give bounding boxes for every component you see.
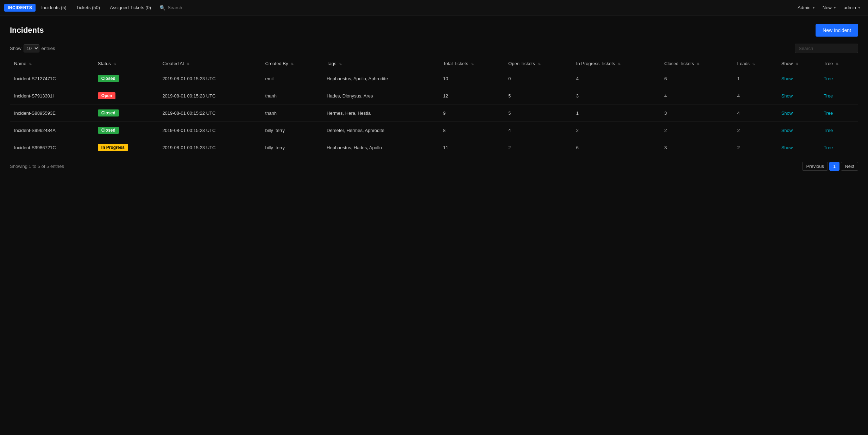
cell-tags: Hephaestus, Apollo, Aphrodite (322, 70, 439, 87)
main-content: Incidents New Incident Show 10 25 50 ent… (0, 15, 868, 179)
cell-show[interactable]: Show (777, 105, 819, 122)
cell-tree[interactable]: Tree (819, 70, 858, 87)
tree-link[interactable]: Tree (824, 93, 833, 99)
sort-icon: ⇅ (618, 62, 621, 66)
cell-leads: 2 (733, 122, 777, 139)
chevron-down-icon: ▼ (833, 6, 837, 10)
col-name[interactable]: Name ⇅ (10, 57, 94, 70)
cell-name: Incident-S9986721C (10, 139, 94, 156)
cell-in-progress-tickets: 6 (572, 139, 660, 156)
show-entries: Show 10 25 50 entries (10, 44, 55, 52)
show-link[interactable]: Show (781, 111, 793, 116)
cell-show[interactable]: Show (777, 70, 819, 87)
cell-name: Incident-S9962484A (10, 122, 94, 139)
entries-select[interactable]: 10 25 50 (24, 44, 39, 52)
cell-closed-tickets: 3 (660, 139, 733, 156)
page-title: Incidents (10, 26, 44, 35)
cell-created-by: thanh (261, 87, 322, 105)
cell-leads: 1 (733, 70, 777, 87)
cell-show[interactable]: Show (777, 122, 819, 139)
show-link[interactable]: Show (781, 76, 793, 81)
nav-right: Admin ▼ New ▼ admin ▼ (795, 4, 864, 12)
cell-created-by: billy_terry (261, 139, 322, 156)
col-tags[interactable]: Tags ⇅ (322, 57, 439, 70)
user-dropdown[interactable]: admin ▼ (841, 4, 864, 12)
table-row: Incident-S7913301I Open 2019-08-01 00:15… (10, 87, 858, 105)
table-row: Incident-S7127471C Closed 2019-08-01 00:… (10, 70, 858, 87)
next-page-button[interactable]: Next (841, 162, 858, 171)
tree-link[interactable]: Tree (824, 145, 833, 150)
cell-name: Incident-S7127471C (10, 70, 94, 87)
cell-closed-tickets: 6 (660, 70, 733, 87)
entries-label: entries (42, 46, 55, 51)
chevron-down-icon: ▼ (812, 6, 816, 10)
show-link[interactable]: Show (781, 128, 793, 133)
cell-closed-tickets: 3 (660, 105, 733, 122)
cell-show[interactable]: Show (777, 87, 819, 105)
cell-tree[interactable]: Tree (819, 139, 858, 156)
prev-page-button[interactable]: Previous (802, 162, 828, 171)
cell-tags: Hermes, Hera, Hestia (322, 105, 439, 122)
nav-incidents-btn[interactable]: INCIDENTS (4, 4, 36, 12)
col-open-tickets[interactable]: Open Tickets ⇅ (504, 57, 572, 70)
sort-icon: ⇅ (113, 62, 116, 66)
cell-total-tickets: 8 (439, 122, 504, 139)
cell-show[interactable]: Show (777, 139, 819, 156)
col-total-tickets[interactable]: Total Tickets ⇅ (439, 57, 504, 70)
col-in-progress-tickets[interactable]: In Progress Tickets ⇅ (572, 57, 660, 70)
cell-created-at: 2019-08-01 00:15:23 UTC (158, 70, 261, 87)
cell-tags: Hades, Dionysus, Ares (322, 87, 439, 105)
pagination: Showing 1 to 5 of 5 entries Previous 1 N… (10, 162, 858, 171)
col-created-at[interactable]: Created At ⇅ (158, 57, 261, 70)
cell-total-tickets: 10 (439, 70, 504, 87)
col-closed-tickets[interactable]: Closed Tickets ⇅ (660, 57, 733, 70)
table-row: Incident-S8895593E Closed 2019-08-01 00:… (10, 105, 858, 122)
nav-search-area[interactable]: 🔍 Search (159, 5, 182, 11)
cell-in-progress-tickets: 2 (572, 122, 660, 139)
col-show[interactable]: Show ⇅ (777, 57, 819, 70)
page-header: Incidents New Incident (10, 24, 858, 37)
new-dropdown[interactable]: New ▼ (820, 4, 839, 12)
show-link[interactable]: Show (781, 93, 793, 99)
cell-created-by: billy_terry (261, 122, 322, 139)
status-badge: Open (98, 92, 116, 99)
cell-created-at: 2019-08-01 00:15:23 UTC (158, 122, 261, 139)
new-incident-button[interactable]: New Incident (816, 24, 858, 37)
cell-created-at: 2019-08-01 00:15:23 UTC (158, 139, 261, 156)
cell-status: Closed (94, 70, 158, 87)
page-1-button[interactable]: 1 (829, 162, 839, 171)
cell-total-tickets: 9 (439, 105, 504, 122)
status-badge: Closed (98, 75, 119, 82)
cell-tags: Demeter, Hermes, Aphrodite (322, 122, 439, 139)
cell-tree[interactable]: Tree (819, 122, 858, 139)
cell-status: Closed (94, 105, 158, 122)
tree-link[interactable]: Tree (824, 128, 833, 133)
cell-leads: 2 (733, 139, 777, 156)
col-created-by[interactable]: Created By ⇅ (261, 57, 322, 70)
cell-status: In Progress (94, 139, 158, 156)
cell-open-tickets: 0 (504, 70, 572, 87)
sort-icon: ⇅ (339, 62, 342, 66)
nav-tickets-link[interactable]: Tickets (50) (72, 4, 104, 12)
col-leads[interactable]: Leads ⇅ (733, 57, 777, 70)
col-status[interactable]: Status ⇅ (94, 57, 158, 70)
cell-status: Closed (94, 122, 158, 139)
search-icon: 🔍 (159, 5, 165, 11)
nav-incidents-link[interactable]: Incidents (5) (37, 4, 71, 12)
status-badge: In Progress (98, 144, 128, 151)
show-link[interactable]: Show (781, 145, 793, 150)
cell-tree[interactable]: Tree (819, 87, 858, 105)
sort-icon: ⇅ (795, 62, 798, 66)
cell-in-progress-tickets: 4 (572, 70, 660, 87)
admin-dropdown[interactable]: Admin ▼ (795, 4, 818, 12)
cell-name: Incident-S8895593E (10, 105, 94, 122)
col-tree[interactable]: Tree ⇅ (819, 57, 858, 70)
nav-assigned-link[interactable]: Assigned Tickets (0) (106, 4, 155, 12)
cell-open-tickets: 5 (504, 87, 572, 105)
tree-link[interactable]: Tree (824, 76, 833, 81)
pagination-showing: Showing 1 to 5 of 5 entries (10, 164, 64, 169)
cell-tree[interactable]: Tree (819, 105, 858, 122)
cell-created-at: 2019-08-01 00:15:22 UTC (158, 105, 261, 122)
tree-link[interactable]: Tree (824, 111, 833, 116)
search-input[interactable] (795, 44, 858, 53)
